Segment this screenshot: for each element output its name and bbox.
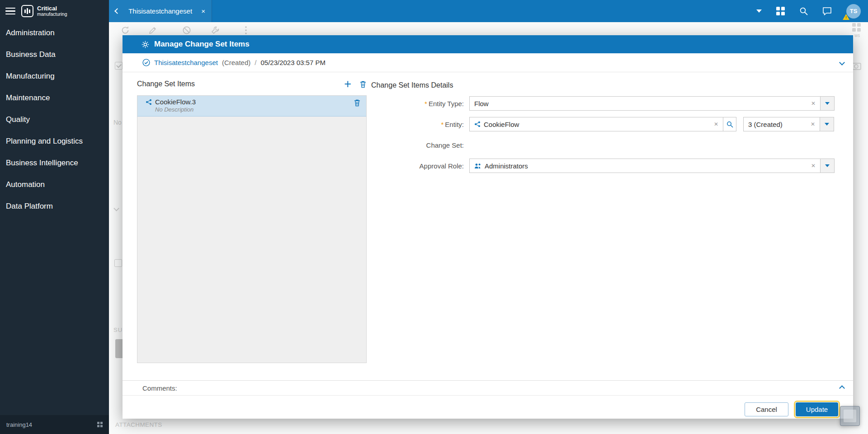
entity-value: CookieFlow (484, 121, 519, 128)
add-item-button[interactable]: + (344, 79, 351, 89)
approval-role-value: Administrators (485, 162, 528, 170)
field-row-change-set: Change Set: (303, 138, 835, 152)
magnifier-icon (726, 121, 733, 128)
logo-line2: manufacturing (37, 12, 67, 17)
clear-icon[interactable]: ✕ (811, 121, 815, 127)
tab-label: Thisisatestchangeset (123, 7, 198, 15)
hamburger-menu-icon[interactable] (5, 8, 15, 15)
apps-grid-icon[interactable] (776, 7, 785, 15)
comments-section: Comments: (123, 380, 853, 395)
drag-ghost-overlay (840, 406, 860, 426)
collapse-comments-icon[interactable] (839, 385, 845, 391)
site-icon[interactable] (97, 422, 103, 427)
tab-back-icon[interactable] (114, 8, 120, 14)
breadcrumb-separator: / (255, 59, 256, 66)
comments-label: Comments: (142, 384, 177, 392)
sidebar-item-quality[interactable]: Quality (0, 109, 109, 131)
tab-changeset[interactable]: Thisisatestchangeset × (109, 0, 212, 22)
dialog-footer: Cancel Update (123, 395, 853, 419)
chevron-down-icon (825, 123, 829, 126)
sidebar-item-maintenance[interactable]: Maintenance (0, 87, 109, 109)
collapse-summary-icon[interactable] (839, 60, 845, 65)
topbar-actions: TS ! (756, 0, 868, 22)
top-bar: Critical manufacturing Thisisatestchange… (0, 0, 868, 22)
topbar-dropdown-icon[interactable] (756, 9, 762, 13)
sidebar-item-manufacturing[interactable]: Manufacturing (0, 65, 109, 87)
company-logo: Critical manufacturing (21, 5, 67, 17)
chat-icon[interactable] (822, 7, 832, 15)
entity-search-button[interactable] (723, 117, 736, 131)
entity-version-value: 3 (Created) (748, 121, 783, 128)
items-panel-header: Change Set Items + (137, 77, 367, 91)
changeset-timestamp: 05/23/2023 03:57 PM (260, 59, 325, 66)
changeset-summary-bar: Thisisatestchangeset (Created) / 05/23/2… (123, 53, 853, 72)
entity-type-label: *Entity Type: (303, 100, 469, 107)
entity-type-dropdown-button[interactable] (820, 96, 835, 111)
entity-type-value: Flow (474, 100, 489, 107)
tab-close-icon[interactable]: × (201, 8, 205, 14)
brand-area: Critical manufacturing (0, 0, 109, 22)
sidebar-footer: training14 (0, 415, 109, 434)
dialog-title: Manage Change Set Items (154, 40, 250, 49)
sidebar-item-data-platform[interactable]: Data Platform (0, 196, 109, 217)
items-panel-title: Change Set Items (137, 80, 195, 88)
manage-change-set-items-dialog: Manage Change Set Items Thisisatestchang… (123, 35, 853, 419)
dialog-header: Manage Change Set Items (123, 35, 853, 53)
cancel-button[interactable]: Cancel (745, 402, 788, 416)
clear-icon[interactable]: ✕ (811, 163, 816, 169)
item-name: CookieFlow.3 (155, 98, 196, 106)
entity-type-input[interactable]: Flow ✕ (469, 96, 821, 111)
current-user-label: training14 (6, 421, 32, 428)
users-icon (474, 163, 481, 169)
sidebar-item-administration[interactable]: Administration (0, 22, 109, 44)
chevron-down-icon (825, 164, 830, 167)
trash-icon (359, 80, 367, 88)
field-row-entity: *Entity: CookieFlow ✕ 3 (Created) ✕ (303, 117, 835, 131)
change-set-label: Change Set: (303, 141, 469, 149)
flow-icon (474, 121, 481, 127)
approval-role-input[interactable]: Administrators ✕ (469, 159, 821, 173)
sidebar-item-business-intelligence[interactable]: Business Intelligence (0, 152, 109, 174)
sidebar-item-business-data[interactable]: Business Data (0, 44, 109, 65)
flow-icon (146, 99, 152, 105)
warning-badge-icon: ! (843, 14, 849, 20)
field-row-entity-type: *Entity Type: Flow ✕ (303, 96, 835, 111)
logo-line1: Critical (37, 5, 67, 11)
sidebar-item-automation[interactable]: Automation (0, 174, 109, 196)
clear-icon[interactable]: ✕ (714, 121, 718, 127)
logo-mark-icon (21, 5, 33, 17)
approval-role-label: Approval Role: (303, 162, 469, 170)
avatar[interactable]: TS ! (846, 4, 861, 19)
warning-badge-text: ! (843, 15, 849, 19)
details-panel-title: Change Set Items Details (371, 81, 453, 89)
delete-items-button[interactable] (359, 80, 367, 88)
entity-label: *Entity: (303, 121, 469, 128)
entity-version-input[interactable]: 3 (Created) ✕ (743, 117, 820, 131)
field-row-approval-role: Approval Role: Administrators ✕ (303, 159, 835, 173)
chevron-down-icon (825, 102, 830, 105)
details-form: *Entity Type: Flow ✕ *Entity: CookieFlow… (303, 96, 835, 179)
entity-version-dropdown-button[interactable] (820, 117, 834, 131)
entity-input[interactable]: CookieFlow ✕ (469, 117, 723, 131)
clear-icon[interactable]: ✕ (811, 100, 816, 107)
application-window: Critical manufacturing Thisisatestchange… (0, 0, 868, 434)
approval-role-dropdown-button[interactable] (820, 159, 835, 173)
changeset-name-link[interactable]: Thisisatestchangeset (154, 59, 218, 66)
manage-icon (142, 41, 149, 48)
sidebar-item-planning-logistics[interactable]: Planning and Logistics (0, 131, 109, 152)
avatar-initials: TS (850, 8, 858, 14)
changeset-state: (Created) (222, 59, 250, 66)
update-button[interactable]: Update (796, 402, 838, 416)
search-icon[interactable] (799, 7, 808, 15)
check-circle-icon (142, 59, 150, 66)
sidebar: Administration Business Data Manufacturi… (0, 22, 109, 434)
